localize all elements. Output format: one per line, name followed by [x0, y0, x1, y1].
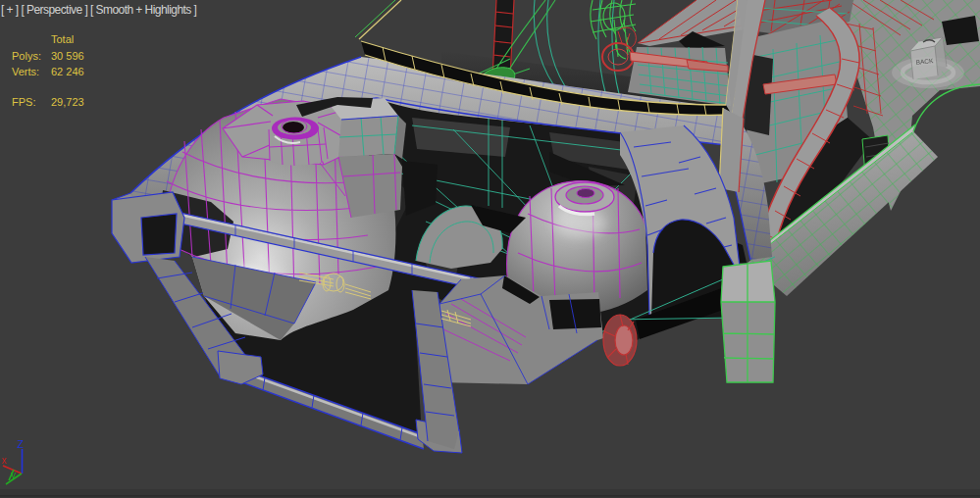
svg-text:y: y	[11, 470, 16, 480]
svg-text:x: x	[2, 455, 7, 466]
svg-text:Z: Z	[17, 438, 24, 450]
